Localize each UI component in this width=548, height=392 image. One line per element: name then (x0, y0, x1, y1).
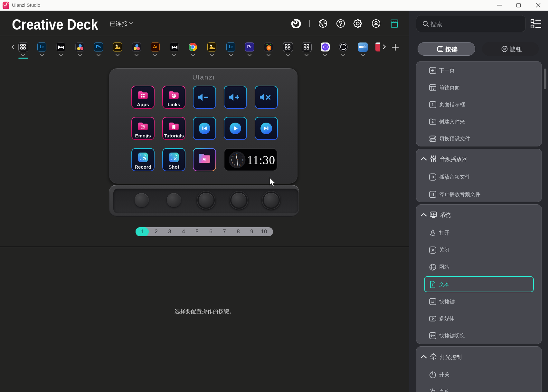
svg-text:10: 10 (231, 155, 233, 157)
svg-text:1: 1 (432, 103, 434, 107)
svg-text:2: 2 (241, 155, 242, 157)
svg-text:11: 11 (233, 154, 235, 155)
svg-text:3: 3 (242, 159, 243, 161)
svg-text:7: 7 (234, 164, 235, 166)
svg-text:AI: AI (203, 157, 206, 162)
svg-text:1: 1 (240, 154, 241, 155)
svg-text:5: 5 (240, 164, 241, 166)
svg-text:12: 12 (236, 153, 238, 154)
svg-text:8: 8 (232, 162, 233, 164)
svg-text:9: 9 (231, 159, 232, 161)
